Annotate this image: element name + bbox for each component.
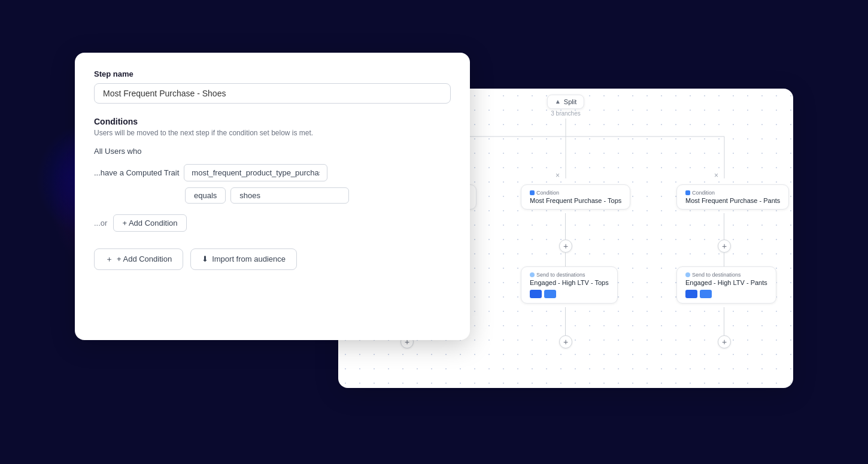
dest-type-3: Send to destinations xyxy=(692,272,741,278)
import-button[interactable]: ⬇ Import from audience xyxy=(190,248,297,270)
conditions-desc: Users will be moved to the next step if … xyxy=(94,129,451,137)
operator-button[interactable]: equals xyxy=(185,187,226,204)
value-input[interactable] xyxy=(230,187,349,204)
or-row: ...or + Add Condition xyxy=(94,214,451,232)
add-condition-icon: ＋ xyxy=(105,254,113,265)
all-users-label: All Users who xyxy=(94,147,451,156)
dest-name-3: Engaged - High LTV - Pants xyxy=(685,279,767,286)
plus-btn-bottom-3[interactable]: + xyxy=(718,335,731,348)
close-branch-3[interactable]: × xyxy=(714,171,718,180)
dest-type-2: Send to destinations xyxy=(536,272,585,278)
trait-input[interactable] xyxy=(184,164,327,181)
conditions-title: Conditions xyxy=(94,117,451,126)
condition-type-2: Condition xyxy=(536,190,559,196)
add-condition-label: + Add Condition xyxy=(117,254,172,263)
step-name-label: Step name xyxy=(94,69,451,78)
dest-node-pants[interactable]: Send to destinations Engaged - High LTV … xyxy=(676,266,776,304)
add-condition-button[interactable]: ＋ + Add Condition xyxy=(94,248,183,270)
condition-icon-2 xyxy=(530,190,535,195)
dest-icon-block-2a xyxy=(530,290,542,298)
split-node: Split 3 branches xyxy=(547,95,584,117)
plus-btn-bottom-2[interactable]: + xyxy=(559,335,572,348)
dest-icon-block-3b xyxy=(700,290,712,298)
condition-row: ...have a Computed Trait xyxy=(94,164,451,181)
plus-btn-3[interactable]: + xyxy=(718,239,731,253)
split-sub: 3 branches xyxy=(551,110,580,117)
add-condition-inline-button[interactable]: + Add Condition xyxy=(113,214,186,232)
close-branch-2[interactable]: × xyxy=(556,171,560,180)
bottom-actions: ＋ + Add Condition ⬇ Import from audience xyxy=(94,248,451,270)
dest-icon-block-3a xyxy=(685,290,697,298)
import-icon: ⬇ xyxy=(202,254,208,263)
import-label: Import from audience xyxy=(212,254,286,263)
or-label: ...or xyxy=(94,219,107,228)
condition-name-2: Most Frequent Purchase - Tops xyxy=(530,197,621,204)
computed-trait-label: ...have a Computed Trait xyxy=(94,168,179,177)
operator-row: equals xyxy=(185,187,451,204)
condition-icon-3 xyxy=(685,190,690,195)
dest-name-2: Engaged - High LTV - Tops xyxy=(530,279,609,286)
dest-icon-block-2b xyxy=(544,290,556,298)
dest-icon-pants xyxy=(685,272,690,277)
split-label: Split xyxy=(564,98,576,105)
editor-panel: Step name Conditions Users will be moved… xyxy=(75,53,470,340)
step-name-input[interactable] xyxy=(94,83,451,104)
plus-btn-2[interactable]: + xyxy=(559,239,572,253)
dest-icon-tops xyxy=(530,272,535,277)
condition-type-3: Condition xyxy=(692,190,715,196)
condition-name-3: Most Frequent Purchase - Pants xyxy=(685,197,780,204)
dest-node-tops[interactable]: Send to destinations Engaged - High LTV … xyxy=(521,266,618,304)
condition-node-tops[interactable]: Condition Most Frequent Purchase - Tops xyxy=(521,184,630,210)
condition-node-pants[interactable]: Condition Most Frequent Purchase - Pants xyxy=(676,184,789,210)
